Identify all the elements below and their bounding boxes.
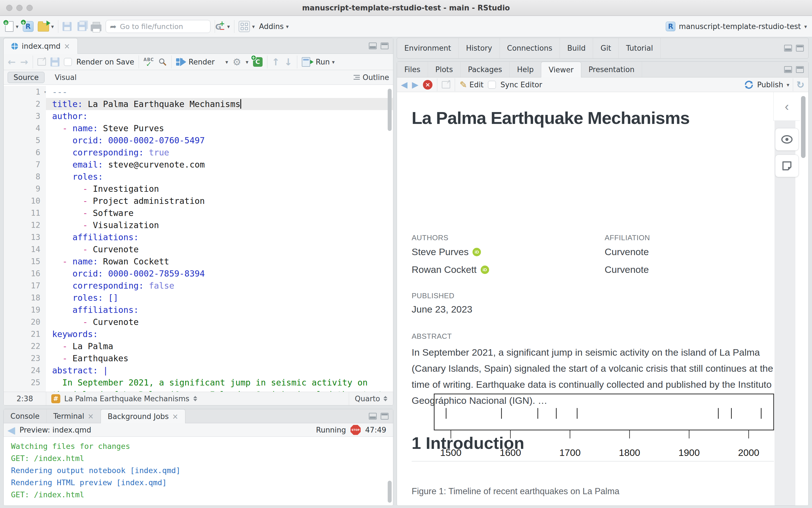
tab-git[interactable]: Git [593, 38, 619, 58]
toc-collapse-button[interactable]: ‹ [773, 92, 800, 121]
forward-icon[interactable]: → [20, 56, 29, 68]
tab-packages[interactable]: Packages [461, 62, 510, 77]
tab-index-qmd[interactable]: index.qmd × [3, 38, 78, 54]
code-line[interactable]: 18 roles: [] [4, 292, 393, 304]
addins-button[interactable]: Addins ▾ [259, 22, 288, 31]
code-line[interactable]: 1▾--- [4, 86, 393, 98]
code-line[interactable]: 13 affiliations: [4, 231, 393, 243]
close-tab-icon[interactable]: × [88, 412, 94, 420]
maximize-pane-icon[interactable] [381, 413, 389, 420]
tab-build[interactable]: Build [560, 38, 593, 58]
viewer-back-icon[interactable]: ◀ [401, 80, 407, 90]
code-line[interactable]: 20 - Curvenote [4, 316, 393, 328]
run-next-icon[interactable]: ↓ [284, 56, 292, 68]
code-line[interactable]: 15 - name: Rowan Cockett [4, 255, 393, 267]
code-line[interactable]: 14 - Curvenote [4, 243, 393, 255]
run-button[interactable]: Run ▾ [302, 57, 335, 67]
open-new-window-icon[interactable] [37, 58, 46, 66]
tab-viewer[interactable]: Viewer [541, 62, 581, 77]
add-note-button[interactable] [775, 155, 799, 177]
orcid-icon[interactable]: iD [473, 248, 481, 256]
code-line[interactable]: 3author: [4, 110, 393, 122]
viewer-forward-icon[interactable]: ▶ [412, 80, 418, 90]
code-line[interactable]: 22 - La Palma [4, 340, 393, 352]
outline-button[interactable]: Outline [354, 73, 389, 82]
open-file-button[interactable]: ▾ [38, 22, 54, 32]
tab-console[interactable]: Console [4, 409, 46, 423]
code-line[interactable]: 16 orcid: 0000-0002-7859-8394 [4, 267, 393, 280]
render-button[interactable]: Render [176, 58, 215, 66]
minimize-pane-icon[interactable] [784, 45, 792, 51]
refresh-icon[interactable]: ↻ [797, 79, 805, 90]
code-line[interactable]: 19 affiliations: [4, 304, 393, 316]
project-menu-button[interactable]: R manuscript-template-rstudio-test ▾ [666, 22, 807, 31]
search-icon[interactable] [158, 58, 167, 66]
run-previous-icon[interactable]: ↑ [272, 56, 280, 68]
version-control-button[interactable]: +− G ▾ [219, 21, 230, 32]
print-button[interactable] [91, 22, 102, 31]
code-line[interactable]: 9 - Investigation [4, 183, 393, 195]
maximize-pane-icon[interactable] [381, 43, 389, 49]
code-line[interactable]: 23 - Earthquakes [4, 352, 393, 365]
tab-environment[interactable]: Environment [397, 38, 459, 58]
code-line[interactable]: 10 - Project administration [4, 195, 393, 207]
new-file-button[interactable]: + ▾ [5, 21, 18, 32]
maximize-pane-icon[interactable] [796, 66, 804, 73]
publish-button[interactable]: Publish [757, 81, 783, 89]
minimize-pane-icon[interactable] [369, 413, 377, 420]
show-annotations-button[interactable] [775, 128, 799, 151]
save-button[interactable] [63, 22, 72, 31]
code-line[interactable]: 21keywords: [4, 328, 393, 340]
code-line[interactable]: 2title: La Palma Earthquake Mechanisms [4, 98, 393, 110]
pane-layout-button[interactable]: ▾ [239, 21, 255, 32]
save-all-button[interactable] [76, 22, 86, 31]
close-tab-icon[interactable]: × [64, 42, 70, 50]
format-menu-button[interactable]: Quarto [349, 394, 393, 403]
code-line[interactable]: 6 corresponding: true [4, 146, 393, 159]
maximize-pane-icon[interactable] [796, 45, 804, 51]
tab-background-jobs[interactable]: Background Jobs× [100, 409, 186, 423]
goto-file-input[interactable]: ➦ Go to file/function [106, 20, 210, 33]
sync-editor-checkbox[interactable] [488, 81, 496, 89]
source-mode-button[interactable]: Source [8, 72, 44, 83]
symbol-menu-button[interactable]: # La Palma Earthquake Mechanisms [46, 394, 349, 403]
code-line[interactable]: 8 roles: [4, 171, 393, 183]
viewer-scrollbar[interactable] [801, 96, 806, 158]
job-output[interactable]: Watching files for changesGET: /index.ht… [4, 437, 393, 505]
code-line[interactable]: 12 - Visualization [4, 219, 393, 231]
editor-scrollbar[interactable] [388, 89, 392, 131]
tab-history[interactable]: History [459, 38, 500, 58]
stop-job-button[interactable]: STOP [351, 425, 361, 435]
gear-icon[interactable]: ⚙ [233, 56, 241, 68]
code-line[interactable]: 24abstract: | [4, 365, 393, 377]
minimize-pane-icon[interactable] [369, 43, 377, 49]
code-line[interactable]: 25 In September 2021, a significant jump… [4, 377, 393, 389]
jobs-scrollbar[interactable] [388, 481, 392, 503]
back-icon[interactable]: ← [8, 56, 16, 68]
tab-presentation[interactable]: Presentation [581, 62, 642, 77]
save-icon[interactable] [50, 57, 59, 67]
open-in-browser-icon[interactable] [442, 81, 450, 88]
code-line[interactable]: 11 - Software [4, 207, 393, 219]
code-line[interactable]: 4 - name: Steve Purves [4, 122, 393, 134]
fold-caret-icon[interactable]: ▾ [44, 86, 46, 98]
orcid-icon[interactable]: iD [481, 265, 489, 274]
tab-connections[interactable]: Connections [500, 38, 560, 58]
tab-tutorial[interactable]: Tutorial [619, 38, 661, 58]
spellcheck-icon[interactable]: ABC✓ [144, 57, 154, 67]
jobs-back-icon[interactable]: ◀ [8, 424, 15, 436]
edit-button[interactable]: ✎ Edit [459, 79, 484, 90]
code-line[interactable]: 5 orcid: 0000-0002-0760-5497 [4, 134, 393, 146]
minimize-pane-icon[interactable] [784, 66, 792, 73]
tab-plots[interactable]: Plots [428, 62, 461, 77]
options-caret[interactable]: ▾ [246, 59, 248, 65]
visual-mode-button[interactable]: Visual [52, 72, 79, 83]
tab-help[interactable]: Help [510, 62, 541, 77]
code-line[interactable]: 7 email: steve@curvenote.com [4, 159, 393, 171]
tab-files[interactable]: Files [397, 62, 428, 77]
viewer-clear-icon[interactable]: × [423, 80, 433, 90]
close-tab-icon[interactable]: × [172, 412, 178, 421]
code-line[interactable]: the island of La Palma (Canary Islands, … [4, 389, 393, 392]
code-line[interactable]: 17 corresponding: false [4, 280, 393, 292]
insert-chunk-button[interactable]: C+ [253, 57, 262, 67]
